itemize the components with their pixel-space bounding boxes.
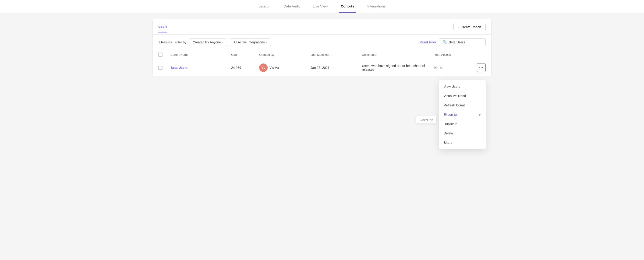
menu-item-delete[interactable]: Delete — [439, 128, 486, 138]
chevron-down-icon: ▾ — [222, 41, 224, 44]
main-content: USER + Create Cohort 1 Results Filter by… — [147, 13, 497, 82]
tab-user[interactable]: USER — [158, 25, 167, 32]
row-last-modified-cell: Jan 25, 2021 — [310, 66, 362, 70]
cohorts-card: USER + Create Cohort 1 Results Filter by… — [152, 19, 492, 76]
header-checkbox — [158, 52, 170, 57]
table-row: Beta Users 24,939 VV Vic Vu Jan 25, 2021… — [153, 59, 491, 76]
header-description: Description — [362, 53, 434, 56]
row-created-by-cell: VV Vic Vu — [259, 64, 310, 72]
table-header: Cohort Name Count Created By Last Modifi… — [153, 50, 491, 59]
row-actions-cell: ··· View Users Visualize Trend Refresh C… — [472, 63, 486, 72]
row-cohort-name-cell: Beta Users — [170, 66, 231, 70]
search-icon: 🔍 — [442, 40, 447, 44]
header-cohort-name: Cohort Name — [170, 53, 231, 56]
nav-item-data-audit[interactable]: Data Audit — [282, 0, 302, 12]
menu-item-share[interactable]: Share — [439, 138, 486, 147]
header-count: Count — [231, 53, 259, 56]
row-actions-button[interactable]: ··· — [477, 63, 486, 72]
top-navigation: Lexicon Data Audit Live View Cohorts Int… — [0, 0, 644, 13]
row-your-access-cell: None — [434, 66, 472, 70]
cohort-name-link[interactable]: Beta Users — [170, 66, 188, 70]
reset-filter-button[interactable]: Reset Filter — [419, 40, 436, 44]
row-description-cell: Users who have signed up for beta channe… — [362, 64, 434, 72]
sort-icon: ↕ — [330, 53, 331, 56]
card-header: USER + Create Cohort — [153, 19, 491, 34]
avatar: VV — [259, 64, 268, 72]
menu-item-view-users[interactable]: View Users — [439, 82, 486, 91]
export-to-label: Export to... — [444, 113, 460, 116]
last-modified-label: Last Modified — [310, 53, 328, 56]
row-checkbox[interactable] — [158, 66, 162, 70]
menu-item-export-to[interactable]: Export to... ▶ — [439, 110, 486, 119]
header-created-by: Created By — [259, 53, 310, 56]
nav-item-lexicon[interactable]: Lexicon — [256, 0, 272, 12]
chevron-down-icon-2: ▾ — [266, 41, 268, 44]
created-by-name: Vic Vu — [270, 66, 279, 70]
clevertap-badge: CleverTap — [416, 116, 437, 124]
chevron-right-icon: ▶ — [479, 113, 481, 116]
menu-item-refresh-count[interactable]: Refresh Count — [439, 100, 486, 110]
search-box: 🔍 — [439, 38, 486, 46]
created-by-filter-label: Created By Anyone — [193, 40, 221, 44]
menu-item-visualize-trend[interactable]: Visualize Trend — [439, 91, 486, 100]
search-input[interactable] — [449, 40, 482, 44]
select-all-checkbox[interactable] — [158, 52, 162, 57]
row-checkbox-cell — [158, 66, 170, 70]
integrations-filter-dropdown[interactable]: All Active Integrations ▾ — [230, 38, 271, 46]
cohorts-table: Cohort Name Count Created By Last Modifi… — [153, 50, 491, 76]
header-last-modified[interactable]: Last Modified ↕ — [310, 53, 362, 56]
nav-item-cohorts[interactable]: Cohorts — [339, 0, 356, 12]
results-count: 1 Results — [158, 40, 172, 44]
nav-item-live-view[interactable]: Live View — [311, 0, 330, 12]
header-your-access: Your Access — [434, 53, 472, 56]
create-cohort-button[interactable]: + Create Cohort — [454, 23, 486, 31]
integrations-filter-label: All Active Integrations — [234, 40, 265, 44]
nav-item-integrations[interactable]: Integrations — [366, 0, 388, 12]
toolbar: 1 Results Filter by Created By Anyone ▾ … — [153, 34, 491, 50]
context-menu: View Users Visualize Trend Refresh Count… — [439, 80, 486, 149]
menu-item-duplicate[interactable]: Duplicate — [439, 119, 486, 128]
row-count-cell: 24,939 — [231, 66, 259, 70]
filter-by-label: Filter by — [175, 40, 186, 44]
created-by-filter-dropdown[interactable]: Created By Anyone ▾ — [189, 38, 227, 46]
